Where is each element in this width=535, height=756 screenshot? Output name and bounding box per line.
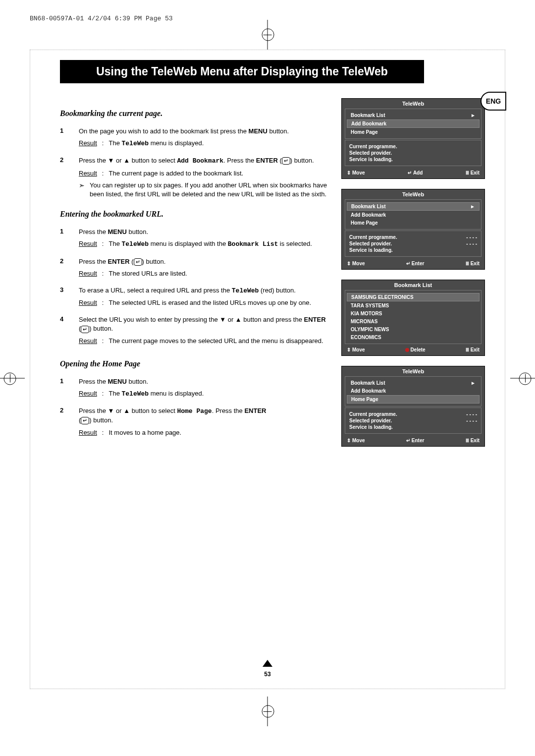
osd-teleweb-addbookmark: TeleWeb Bookmark List► Add Bookmark Home…	[341, 98, 485, 179]
result-label: Result	[79, 389, 97, 399]
language-tab: ENG	[481, 92, 506, 111]
menu-label: MENU	[108, 228, 127, 235]
osd-teleweb-bookmarklist: TeleWeb Bookmark List► Add Bookmark Home…	[341, 189, 485, 270]
result-text: The stored URLs are listed.	[108, 269, 187, 278]
result-text: The	[108, 390, 121, 397]
move-icon: ⇕	[347, 438, 351, 443]
result-label: Result	[79, 269, 97, 278]
osd-menu-item: Home Page	[351, 220, 377, 226]
osd-footer-label: Move	[352, 438, 365, 443]
osd-footer-label: Exit	[471, 438, 480, 443]
enter-icon: ↵	[406, 261, 410, 266]
enter-label: ENTER	[108, 258, 130, 265]
step-text: Select the URL you wish to enter by pres…	[79, 316, 304, 323]
step-text: button.	[268, 127, 289, 135]
step-number: 3	[60, 286, 67, 310]
exit-icon: Ⅲ	[466, 170, 469, 175]
teleweb-label: TeleWeb	[122, 390, 149, 398]
osd-footer-label: Exit	[471, 347, 480, 352]
teleweb-label: TeleWeb	[122, 140, 149, 147]
osd-info-text: Selected provider.	[349, 418, 392, 423]
chevron-right-icon: ►	[470, 204, 475, 209]
osd-info-value: - - - -	[466, 418, 477, 423]
step-text: . Press the	[223, 157, 254, 164]
osd-menu-item: Add Bookmark	[351, 212, 386, 218]
instructions-column: Bookmarking the current page. 1 On the p…	[60, 98, 327, 447]
step-text: On the page you wish to add to the bookm…	[79, 127, 247, 135]
page-meta-header: BN68-00597A-01 4/2/04 6:39 PM Page 53	[30, 15, 173, 22]
delete-icon	[405, 348, 409, 352]
osd-info-value: - - - -	[466, 411, 477, 417]
add-bookmark-label: Add Bookmark	[177, 157, 223, 165]
osd-title: TeleWeb	[342, 366, 484, 376]
step-number: 2	[60, 257, 67, 281]
exit-icon: Ⅲ	[466, 438, 469, 443]
osd-menu-item: Bookmark List	[351, 204, 385, 209]
result-text: menu is displayed with the	[149, 240, 228, 247]
chevron-right-icon: ►	[471, 380, 476, 386]
enter-icon: ↵	[134, 258, 142, 266]
exit-icon: Ⅲ	[466, 261, 469, 266]
result-label: Result	[79, 139, 97, 148]
osd-footer-label: Move	[352, 347, 365, 352]
result-label: Result	[79, 337, 97, 346]
osd-menu-item: Home Page	[351, 129, 377, 135]
enter-label: ENTER	[244, 407, 266, 414]
teleweb-label: TeleWeb	[232, 287, 259, 294]
section-heading-entering: Entering the bookmarked URL.	[60, 210, 327, 219]
step-number: 1	[60, 228, 67, 252]
result-label: Result	[79, 428, 97, 437]
osd-info-text: Selected provider.	[349, 241, 392, 246]
osd-menu-item: Add Bookmark	[351, 388, 386, 394]
result-label: Result	[79, 169, 97, 178]
step-text: Press the ▼ or ▲ button to select	[79, 407, 177, 414]
osd-footer-label: Exit	[471, 170, 480, 175]
result-text: The	[108, 240, 121, 247]
osd-bookmark-item: SAMSUNG ELECTRONICS	[347, 293, 480, 301]
note-text: You can register up to six pages. If you…	[90, 181, 327, 199]
enter-label: ENTER	[304, 316, 326, 323]
osd-footer-label: Add	[413, 170, 423, 175]
step-text: (	[130, 258, 134, 265]
osd-bookmark-item: TARA SYSTEMS	[347, 302, 480, 309]
osd-menu-item: Bookmark List	[351, 113, 385, 118]
move-icon: ⇕	[347, 347, 351, 352]
step-text: . Press the	[212, 407, 245, 414]
menu-label: MENU	[249, 127, 268, 135]
osd-title: TeleWeb	[342, 99, 484, 109]
osd-bookmark-list: Bookmark List SAMSUNG ELECTRONICS TARA S…	[341, 280, 485, 356]
step-text: button.	[127, 228, 148, 235]
osd-column: TeleWeb Bookmark List► Add Bookmark Home…	[341, 98, 485, 447]
osd-menu-item: Home Page	[351, 397, 378, 402]
osd-teleweb-homepage: TeleWeb Bookmark List► Add Bookmark Home…	[341, 366, 485, 447]
osd-bookmark-item: KIA MOTORS	[347, 310, 480, 317]
enter-icon: ↵	[81, 326, 89, 333]
osd-info-text: Current programme.	[349, 144, 397, 149]
step-text: ) button.	[89, 416, 113, 424]
step-number: 2	[60, 156, 67, 199]
step-text: ) button.	[142, 258, 166, 265]
step-text: To erase a URL, select a required URL an…	[79, 287, 232, 294]
osd-bookmark-item: ECONOMICS	[347, 334, 480, 341]
osd-footer-label: Enter	[412, 438, 425, 443]
menu-label: MENU	[108, 378, 127, 385]
step-number: 1	[60, 377, 67, 402]
enter-icon: ↵	[282, 157, 290, 165]
osd-title: Bookmark List	[342, 280, 484, 290]
section-heading-opening: Opening the Home Page	[60, 359, 327, 368]
result-label: Result	[79, 298, 97, 307]
chevron-right-icon: ►	[471, 113, 476, 118]
osd-footer-label: Move	[352, 261, 365, 266]
osd-menu-item: Bookmark List	[351, 380, 385, 386]
result-text: menu is displayed.	[151, 139, 204, 147]
move-icon: ⇕	[347, 261, 351, 266]
osd-footer-label: Delete	[411, 347, 426, 352]
osd-info-text: Service is loading.	[349, 424, 393, 430]
teleweb-label: TeleWeb	[122, 240, 149, 248]
page-arrow-icon	[263, 660, 272, 667]
osd-info-text: Current programme.	[349, 234, 397, 240]
step-text: Press the	[79, 378, 108, 385]
osd-info-value: - - - -	[466, 241, 477, 246]
step-number: 1	[60, 127, 67, 151]
page-title: Using the TeleWeb Menu after Displaying …	[60, 60, 424, 83]
